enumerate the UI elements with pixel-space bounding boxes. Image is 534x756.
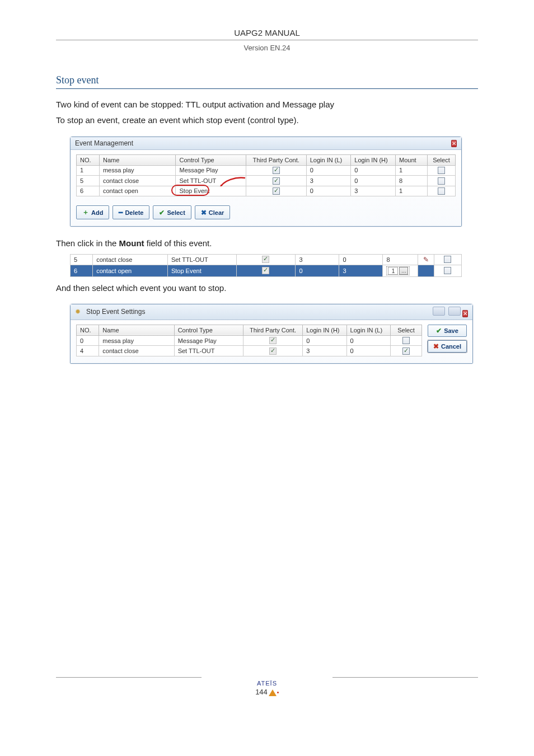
checkbox-icon[interactable] bbox=[273, 187, 280, 195]
col-third[interactable]: Third Party Cont. bbox=[243, 325, 302, 335]
cell-no: 6 bbox=[71, 265, 93, 276]
cell-name: contact close bbox=[99, 176, 176, 186]
col-name[interactable]: Name bbox=[99, 154, 176, 165]
plus-icon: ＋ bbox=[82, 208, 89, 217]
col-login-l[interactable]: Login IN (L) bbox=[346, 325, 390, 335]
col-select[interactable]: Select bbox=[390, 325, 421, 335]
checkbox-icon[interactable] bbox=[273, 177, 280, 185]
x-icon: ✖ bbox=[433, 342, 439, 350]
right-buttons: ✔Save ✖Cancel bbox=[428, 325, 467, 353]
window-titlebar: Event Management ✕ bbox=[71, 137, 461, 150]
cell-name: contact close bbox=[93, 254, 168, 265]
cell-select bbox=[390, 335, 421, 346]
col-login-l[interactable]: Login IN (L) bbox=[306, 154, 351, 165]
section-rule bbox=[56, 88, 478, 89]
checkbox-icon[interactable] bbox=[402, 337, 410, 344]
cell-login-l: 3 bbox=[296, 254, 339, 265]
add-button[interactable]: ＋Add bbox=[76, 205, 109, 219]
ellipsis-button-icon[interactable]: … bbox=[399, 267, 408, 275]
table-row[interactable]: 6 contact open Stop Event 0 3 1 bbox=[77, 186, 456, 196]
cell-select bbox=[427, 165, 455, 176]
minus-icon: ━ bbox=[119, 209, 123, 217]
pencil-icon: ✎ bbox=[423, 256, 429, 264]
col-third[interactable]: Third Party Cont. bbox=[246, 154, 306, 165]
cell-ctype: Set TTL-OUT bbox=[167, 254, 236, 265]
cell-login-l: 0 bbox=[296, 265, 339, 276]
cell-third bbox=[246, 186, 306, 196]
gear-icon: ✹ bbox=[75, 308, 83, 316]
cell-name: messa play bbox=[99, 165, 176, 176]
footer-rule-right bbox=[332, 677, 478, 678]
cell-mount-edit[interactable]: 1 … bbox=[383, 265, 418, 276]
minimize-icon[interactable] bbox=[433, 307, 445, 316]
stop-event-settings-window: ✹ Stop Event Settings ✕ NO. Name Control… bbox=[70, 304, 473, 364]
cell-ctype: Set TTL-OUT bbox=[176, 176, 246, 186]
mount-rows-segment: 5 contact close Set TTL-OUT 3 0 8 ✎ 6 co… bbox=[70, 254, 462, 277]
cell-no: 6 bbox=[77, 186, 100, 196]
table-row-selected[interactable]: 6 contact open Stop Event 0 3 1 … bbox=[71, 265, 462, 276]
select-button[interactable]: ✔Select bbox=[153, 205, 191, 219]
cell-name: contact close bbox=[99, 346, 174, 356]
cell-login-h: 0 bbox=[339, 254, 383, 265]
cell-no: 0 bbox=[77, 335, 99, 346]
save-button[interactable]: ✔Save bbox=[428, 325, 467, 337]
close-icon[interactable]: ✕ bbox=[451, 140, 457, 147]
paragraph-2: To stop an event, create an event which … bbox=[56, 115, 478, 126]
cell-login-h: 0 bbox=[351, 176, 396, 186]
table-row[interactable]: 4 contact close Set TTL-OUT 3 0 bbox=[77, 346, 422, 356]
maximize-icon[interactable] bbox=[448, 307, 461, 316]
mount-value[interactable]: 1 bbox=[388, 267, 398, 275]
col-login-h[interactable]: Login IN (H) bbox=[303, 325, 346, 335]
checkbox-icon[interactable] bbox=[438, 167, 445, 174]
col-ctype[interactable]: Control Type bbox=[176, 154, 246, 165]
page-footer: ATEÏS 144 bbox=[56, 677, 478, 696]
col-login-h[interactable]: Login IN (H) bbox=[351, 154, 396, 165]
cell-select bbox=[427, 176, 455, 186]
cell-login-l: 3 bbox=[306, 176, 351, 186]
table-row[interactable]: 1 messa play Message Play 0 0 1 bbox=[77, 165, 456, 176]
col-ctype[interactable]: Control Type bbox=[174, 325, 243, 335]
cell-login-h: 3 bbox=[351, 186, 396, 196]
checkbox-icon[interactable] bbox=[402, 348, 410, 355]
cell-mount: 8 bbox=[396, 176, 428, 186]
checkbox-icon[interactable] bbox=[438, 177, 445, 185]
footer-rule-left bbox=[56, 677, 202, 678]
delete-button[interactable]: ━Delete bbox=[113, 205, 149, 219]
doc-title: UAPG2 MANUAL bbox=[56, 28, 478, 37]
page-number: 144 bbox=[56, 688, 478, 696]
checkbox-icon bbox=[269, 337, 277, 344]
table-row[interactable]: 0 messa play Message Play 0 0 bbox=[77, 335, 422, 346]
cell-name: contact open bbox=[93, 265, 168, 276]
col-no[interactable]: NO. bbox=[77, 154, 100, 165]
event-management-window: Event Management ✕ NO. Name Control Type… bbox=[70, 137, 462, 227]
checkbox-icon[interactable] bbox=[438, 187, 445, 195]
footer-logo-dot-icon bbox=[277, 692, 279, 693]
col-select[interactable]: Select bbox=[427, 154, 455, 165]
cell-ctype: Message Play bbox=[176, 165, 246, 176]
cell-ctype: Stop Event bbox=[176, 186, 246, 196]
cancel-button[interactable]: ✖Cancel bbox=[428, 340, 467, 353]
clear-button[interactable]: ✖Clear bbox=[195, 205, 231, 219]
col-mount[interactable]: Mount bbox=[396, 154, 428, 165]
cell-mount: 8 bbox=[383, 254, 418, 265]
cell-mount: 1 bbox=[396, 186, 428, 196]
cell-third bbox=[236, 254, 296, 265]
paragraph-1: Two kind of event can be stopped: TTL ou… bbox=[56, 99, 478, 110]
footer-logo-icon bbox=[269, 689, 277, 696]
table-header-row: NO. Name Control Type Third Party Cont. … bbox=[77, 154, 456, 165]
header-rule bbox=[56, 40, 478, 40]
cell-select bbox=[434, 265, 461, 276]
x-icon: ✖ bbox=[201, 209, 207, 217]
section-heading: Stop event bbox=[56, 74, 478, 86]
col-name[interactable]: Name bbox=[99, 325, 174, 335]
cell-select bbox=[434, 254, 461, 265]
cell-login-h: 3 bbox=[303, 346, 346, 356]
close-icon[interactable]: ✕ bbox=[462, 310, 468, 317]
checkbox-icon[interactable] bbox=[444, 256, 451, 263]
table-row[interactable]: 5 contact close Set TTL-OUT 3 0 8 bbox=[77, 176, 456, 186]
mount-editor[interactable]: 1 … bbox=[386, 266, 410, 275]
checkbox-icon[interactable] bbox=[444, 267, 451, 274]
table-row[interactable]: 5 contact close Set TTL-OUT 3 0 8 ✎ bbox=[71, 254, 462, 265]
checkbox-icon[interactable] bbox=[273, 167, 280, 174]
col-no[interactable]: NO. bbox=[77, 325, 99, 335]
